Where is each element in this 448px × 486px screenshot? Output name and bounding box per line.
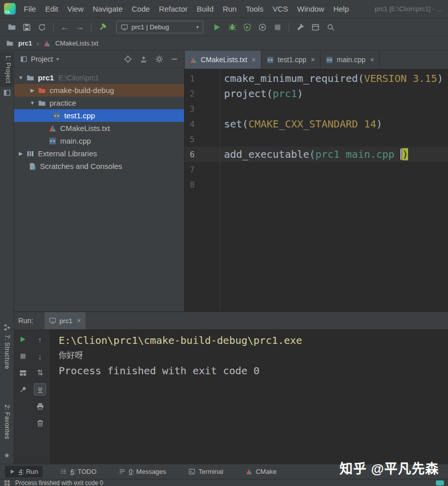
menu-tools[interactable]: Tools <box>241 2 268 16</box>
tab-test1-cpp[interactable]: test1.cpp × <box>261 51 321 69</box>
tool-window-switcher-icon[interactable] <box>4 480 10 486</box>
tool-button-todo[interactable]: 6: TODO <box>56 466 101 477</box>
menu-code[interactable]: Code <box>127 2 154 16</box>
breadcrumb-project[interactable]: prc1 <box>18 39 32 47</box>
code-line-7: 7 <box>185 162 448 177</box>
tab-label: test1.cpp <box>278 56 306 64</box>
tree-item-label: practice <box>50 99 76 107</box>
chevron-collapsed-icon[interactable]: ▶ <box>16 151 25 156</box>
restore-layout-icon[interactable] <box>308 21 323 34</box>
menu-edit[interactable]: Edit <box>40 2 63 16</box>
chevron-expanded-icon[interactable]: ▼ <box>16 75 25 80</box>
code-line-2: 2 project(prc1) <box>185 86 448 101</box>
commit-tool-icon[interactable] <box>3 89 11 97</box>
tree-item-scratches[interactable]: Scratches and Consoles <box>14 160 184 172</box>
close-tab-icon[interactable]: × <box>252 56 256 64</box>
tool-button-run[interactable]: 4: Run <box>5 466 42 477</box>
build-icon[interactable] <box>95 21 110 34</box>
run-config-select[interactable]: prc1 | Debug ▾ <box>116 21 203 33</box>
tab-label: main.cpp <box>337 56 366 64</box>
chevron-down-icon: ▾ <box>196 24 199 30</box>
tree-item-cmake-build-debug[interactable]: ▶ cmake-build-debug <box>14 84 184 97</box>
debug-icon[interactable] <box>225 21 240 34</box>
print-icon[interactable] <box>34 400 46 412</box>
status-message: Process finished with exit code 0 <box>15 479 103 486</box>
tree-item-external-libraries[interactable]: ▶ External Libraries <box>14 147 184 160</box>
tree-item-test1-cpp[interactable]: test1.cpp <box>14 109 184 122</box>
toolbar-separator <box>289 23 289 32</box>
menu-refactor[interactable]: Refactor <box>154 2 192 16</box>
run-panel-title: Run: <box>18 317 33 325</box>
code-editor[interactable]: 1 cmake_minimum_required(VERSION 3.15) 2… <box>185 69 448 312</box>
pin-icon[interactable] <box>17 383 29 395</box>
breadcrumb-file[interactable]: CMakeLists.txt <box>55 39 98 47</box>
tool-button-favorites[interactable]: 2: Favorites <box>4 405 11 439</box>
project-panel-title[interactable]: Project <box>31 55 53 63</box>
search-icon[interactable] <box>323 21 338 34</box>
up-stack-trace-icon[interactable]: ↑ <box>34 333 46 345</box>
line-number: 8 <box>185 180 220 190</box>
close-tab-icon[interactable]: × <box>370 56 374 64</box>
console-output[interactable]: E:\Clion\prc1\cmake-build-debug\prc1.exe… <box>50 329 448 464</box>
cpp-file-icon <box>266 56 274 64</box>
notification-icon[interactable] <box>436 480 444 485</box>
clear-console-icon[interactable] <box>34 417 46 429</box>
run-icon[interactable] <box>209 21 225 34</box>
wrench-icon[interactable] <box>293 21 308 34</box>
gear-icon[interactable] <box>155 55 163 63</box>
app-window-icon <box>121 24 128 31</box>
soft-wrap-icon[interactable]: ⇅ <box>34 367 46 379</box>
tree-item-prc1-root[interactable]: ▼ prc1 E:\Clion\prc1 <box>14 71 184 84</box>
chevron-collapsed-icon[interactable]: ▶ <box>28 87 37 93</box>
line-number: 5 <box>185 135 220 144</box>
sync-icon[interactable] <box>34 21 50 34</box>
chevron-expanded-icon[interactable]: ▼ <box>28 100 37 106</box>
menu-vcs[interactable]: VCS <box>268 2 293 16</box>
save-all-icon[interactable] <box>19 21 34 34</box>
run-panel-body: ↑ ↓ ⇅ E:\Clion\prc1\cmake-build-debug\pr… <box>14 329 448 464</box>
chevron-down-icon[interactable]: ▾ <box>57 56 59 62</box>
tool-button-structure[interactable]: 7: Structure <box>4 335 11 369</box>
tab-cmakelists[interactable]: CMakeLists.txt × <box>185 51 261 69</box>
tree-item-main-cpp[interactable]: main.cpp <box>14 135 184 147</box>
menu-navigate[interactable]: Navigate <box>88 2 127 16</box>
line-number: 6 <box>185 150 220 159</box>
menu-view[interactable]: View <box>63 2 88 16</box>
structure-tool-icon[interactable] <box>4 324 11 331</box>
tool-button-project[interactable]: 1: Project <box>0 52 14 87</box>
locate-file-icon[interactable] <box>124 55 132 63</box>
close-tab-icon[interactable]: × <box>311 56 315 64</box>
hide-panel-icon[interactable] <box>171 56 178 63</box>
restore-layout-icon[interactable] <box>17 367 29 379</box>
tree-item-label: test1.cpp <box>64 111 95 120</box>
run-tab-prc1[interactable]: prc1 × <box>44 312 85 329</box>
tree-item-cmakelists[interactable]: CMakeLists.txt <box>14 122 184 135</box>
open-project-icon[interactable] <box>4 21 19 34</box>
close-tab-icon[interactable]: × <box>77 317 81 325</box>
menu-build[interactable]: Build <box>192 2 218 16</box>
tool-button-messages[interactable]: 0: Messages <box>114 466 171 477</box>
project-tool-window: Project ▾ <box>14 51 185 312</box>
forward-icon[interactable]: → <box>72 21 87 34</box>
toolbar-separator <box>53 23 54 32</box>
run-with-coverage-icon[interactable] <box>240 21 255 34</box>
collapse-all-icon[interactable] <box>140 55 148 63</box>
menu-file[interactable]: File <box>19 2 40 16</box>
rerun-icon[interactable] <box>17 333 29 345</box>
menu-help[interactable]: Help <box>329 2 353 16</box>
main-area: Project ▾ <box>0 51 448 312</box>
tree-item-practice[interactable]: ▼ practice <box>14 97 184 109</box>
tool-button-cmake[interactable]: CMake <box>241 466 281 477</box>
profiler-icon[interactable] <box>255 21 270 34</box>
clion-window: CL File Edit View Navigate Code Refactor… <box>0 0 448 486</box>
down-stack-trace-icon[interactable]: ↓ <box>34 350 46 362</box>
tab-main-cpp[interactable]: main.cpp × <box>321 51 380 69</box>
back-icon[interactable]: ← <box>57 21 72 34</box>
menu-run[interactable]: Run <box>218 2 241 16</box>
tool-button-terminal[interactable]: Terminal <box>184 466 228 477</box>
run-tab-label: prc1 <box>60 317 72 325</box>
chevron-right-icon: › <box>36 39 39 48</box>
favorites-star-icon[interactable]: ★ <box>4 451 10 459</box>
scroll-to-end-icon[interactable] <box>34 383 46 395</box>
menu-window[interactable]: Window <box>293 2 329 16</box>
